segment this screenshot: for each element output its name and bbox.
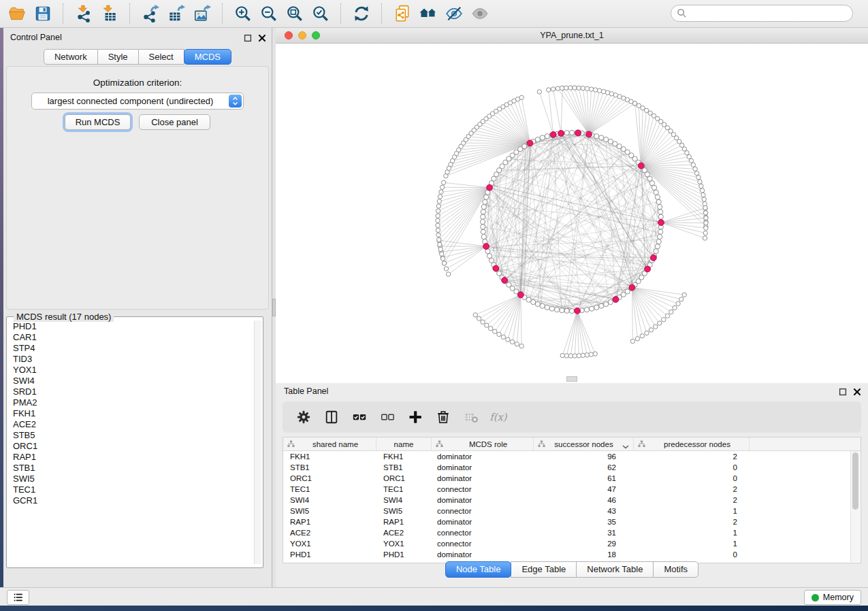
table-row[interactable]: ACE2ACE2connector311 <box>283 527 861 538</box>
mcds-result-item[interactable]: SRD1 <box>13 386 254 397</box>
column-header-shared-name[interactable]: shared name <box>283 437 376 450</box>
open-folder-button[interactable] <box>4 2 30 25</box>
close-panel-button[interactable]: Close panel <box>139 114 210 130</box>
zoom-out-button[interactable] <box>256 2 282 25</box>
table-row[interactable]: TEC1TEC1connector472 <box>283 484 861 495</box>
close-table-panel-icon[interactable] <box>853 386 861 395</box>
mcds-result-list[interactable]: PHD1CAR1STP4TID3YOX1SWI4SRD1PMA2FKH1ACE2… <box>7 321 254 565</box>
hide-selected-button[interactable] <box>441 2 467 25</box>
mcds-result-item[interactable]: TEC1 <box>13 484 254 495</box>
memory-button[interactable]: Memory <box>804 590 861 605</box>
table-row[interactable]: ORC1ORC1dominator610 <box>283 473 861 484</box>
mcds-result-item[interactable]: STB1 <box>13 463 254 474</box>
table-cell: 0 <box>634 474 750 482</box>
float-panel-icon[interactable] <box>244 33 252 41</box>
table-row[interactable]: SWI4SWI4dominator462 <box>283 495 861 506</box>
table-cell: 1 <box>634 540 750 548</box>
toolbar-separator <box>222 3 223 24</box>
mcds-result-item[interactable]: STP4 <box>13 343 254 354</box>
select-all-icon <box>352 410 367 425</box>
table-cell: 0 <box>634 550 750 559</box>
task-history-button[interactable] <box>7 590 29 605</box>
zoom-selected-button[interactable] <box>308 2 334 25</box>
mcds-result-item[interactable]: ORC1 <box>13 441 254 452</box>
table-row[interactable]: FKH1FKH1dominator962 <box>283 451 861 462</box>
table-row[interactable]: PHD1PHD1dominator180 <box>283 549 861 560</box>
network-splitter-grip[interactable] <box>566 376 577 382</box>
mcds-result-item[interactable]: TID3 <box>13 354 254 365</box>
select-all-button[interactable] <box>351 408 368 426</box>
scrollbar-thumb[interactable] <box>852 452 858 510</box>
mcds-result-item[interactable]: PHD1 <box>13 321 254 332</box>
column-header-predecessor-nodes[interactable]: predecessor nodes <box>634 437 750 450</box>
tab-network[interactable]: Network <box>44 49 98 65</box>
import-network-button[interactable] <box>71 2 97 25</box>
gear-button[interactable] <box>295 408 312 426</box>
criterion-dropdown[interactable]: largest connected component (undirected) <box>31 93 244 110</box>
import-network-icon <box>75 5 93 22</box>
column-header-MCDS-role[interactable]: MCDS role <box>432 437 534 450</box>
table-row[interactable]: RAP1RAP1dominator352 <box>283 516 861 527</box>
toolbar-separator <box>63 3 64 24</box>
duplicate-network-button[interactable] <box>389 2 415 25</box>
mcds-result-item[interactable]: SWI5 <box>13 474 254 484</box>
mcds-result-item[interactable]: YOX1 <box>13 365 254 376</box>
export-image-button[interactable] <box>189 2 215 25</box>
table-cell: 96 <box>534 452 634 461</box>
table-cell: STB1 <box>283 463 376 472</box>
table-cell: 1 <box>634 507 750 515</box>
save-button[interactable] <box>30 2 56 25</box>
table-cell: TEC1 <box>283 485 376 493</box>
node-table-scrollbar[interactable] <box>850 451 860 562</box>
table-cell: dominator <box>432 463 534 472</box>
mcds-result-item[interactable]: FKH1 <box>13 408 254 419</box>
tab-motifs[interactable]: Motifs <box>653 561 698 578</box>
deselect-all-button[interactable] <box>379 408 396 426</box>
refresh-button[interactable] <box>349 2 374 25</box>
export-table-button[interactable] <box>163 2 189 25</box>
zoom-in-button[interactable] <box>230 2 256 25</box>
table-row[interactable]: STB1STB1dominator620 <box>283 462 861 473</box>
columns-button[interactable] <box>323 408 340 426</box>
tab-mcds[interactable]: MCDS <box>184 49 231 65</box>
tab-style[interactable]: Style <box>97 49 139 65</box>
toolbar-separator <box>381 3 383 24</box>
mcds-result-item[interactable]: STB5 <box>13 430 254 441</box>
table-row[interactable]: SWI5SWI5connector431 <box>283 506 861 516</box>
network-window-titlebar[interactable]: YPA_prune.txt_1 <box>276 28 868 44</box>
table-row[interactable]: YOX1YOX1connector291 <box>283 538 861 549</box>
table-cell: 2 <box>634 452 750 461</box>
mcds-result-item[interactable]: SWI4 <box>13 376 254 386</box>
tab-node-table[interactable]: Node Table <box>445 561 512 578</box>
zoom-fit-button[interactable] <box>282 2 308 25</box>
table-cell: dominator <box>432 496 534 504</box>
list-icon <box>13 593 24 602</box>
column-header-successor-nodes[interactable]: successor nodes <box>534 437 634 450</box>
column-header-name[interactable]: name <box>376 437 432 450</box>
first-neighbors-button[interactable] <box>415 2 441 25</box>
mcds-result-item[interactable]: CAR1 <box>13 332 254 343</box>
table-cell: connector <box>432 540 534 548</box>
mcds-result-scrollbar[interactable] <box>254 320 261 564</box>
table-cell: 31 <box>534 529 634 537</box>
mcds-result-item[interactable]: RAP1 <box>13 452 254 463</box>
tab-edge-table[interactable]: Edge Table <box>511 561 577 578</box>
export-network-button[interactable] <box>138 2 163 25</box>
mcds-result-item[interactable]: ACE2 <box>13 419 254 430</box>
main-toolbar <box>0 0 868 28</box>
mcds-result-item[interactable]: GCR1 <box>13 495 254 506</box>
tab-network-table[interactable]: Network Table <box>576 561 654 578</box>
network-canvas[interactable] <box>276 44 868 383</box>
mcds-result-item[interactable]: PMA2 <box>13 397 254 408</box>
tab-select[interactable]: Select <box>138 49 184 65</box>
close-panel-icon[interactable] <box>258 33 266 41</box>
delete-button[interactable] <box>434 408 452 426</box>
zoom-fit-icon <box>286 5 304 22</box>
add-button[interactable] <box>406 408 424 426</box>
search-input[interactable] <box>671 5 853 22</box>
network-graph <box>276 44 868 383</box>
sort-desc-icon <box>622 442 629 446</box>
float-table-panel-icon[interactable] <box>839 386 847 395</box>
run-mcds-button[interactable]: Run MCDS <box>65 114 131 130</box>
import-table-button[interactable] <box>97 2 123 25</box>
